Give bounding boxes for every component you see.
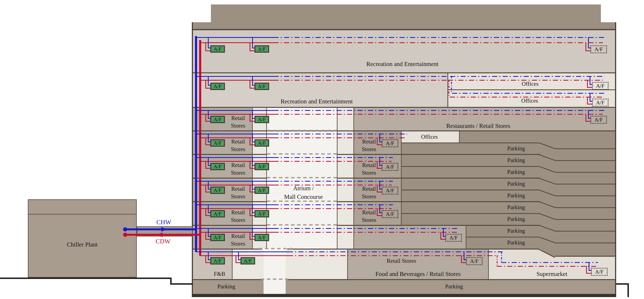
- af-unit-f2-2-chw-drop-v: [252, 76, 253, 86]
- pipe-chw-off-drop: [451, 76, 452, 93]
- af-future-offices-2b-chw-drop-h: [590, 101, 592, 102]
- af-unit-d-2-chw-drop-h: [252, 189, 255, 190]
- af-unit-a-2-chw-drop-v: [252, 110, 253, 119]
- label-atrium-2: Mall Concourse: [284, 193, 323, 200]
- wall-left: [192, 22, 193, 294]
- af-unit-a-1-cdw-drop-h: [205, 121, 210, 122]
- af-unit-f2-1-chw-drop-h: [208, 85, 210, 86]
- pipe-cdw-f1-dd: [274, 42, 603, 43]
- af-unit-g-1-cdw-drop-h: [205, 262, 210, 263]
- room-light-2: [286, 250, 348, 279]
- af-unit-e-2-cdw-drop-h: [250, 215, 255, 216]
- floorline-820: [193, 130, 615, 131]
- af-unit-b-1-cdw-drop-h: [205, 144, 210, 145]
- label-retail-f-wide: Retail Stores: [387, 258, 416, 264]
- af-unit-e-1-label: A/F: [214, 211, 222, 217]
- floorline-1265-a: [193, 201, 266, 202]
- af-unit-c-2-cdw-drop-h: [250, 168, 255, 169]
- chiller-roof-line: [28, 214, 136, 214]
- af-unit-f2-2-label: A/F: [258, 84, 266, 90]
- label-retail-mid-e-2: Stores: [362, 216, 376, 223]
- label-retail-b-2: Stores: [231, 146, 245, 152]
- boundary-officesb-parking: [459, 131, 460, 142]
- af-future-f1-right-cdw-drop-h: [586, 50, 590, 51]
- floorline-1117-a: [193, 178, 266, 178]
- af-unit-f2-1-chw-drop-v: [208, 76, 209, 86]
- label-retail-b-1: Retail: [231, 138, 245, 145]
- af-future-retail-e-cdw-drop-h: [377, 215, 382, 216]
- af-future-retail-d-chw-drop-h: [379, 189, 382, 190]
- af-unit-g-1-chw-drop-v: [208, 252, 209, 260]
- af-future-retail-d-label: A/F: [386, 188, 394, 194]
- boundary-retail-strip: [252, 108, 253, 248]
- label-recreation-2: Recreation and Entertainment: [280, 98, 353, 105]
- af-unit-c-1-chw-drop-v: [208, 157, 209, 166]
- af-future-retail-d-cdw-drop-h: [377, 192, 382, 192]
- shaft-dash-top: [259, 248, 293, 249]
- atrium-dash-1117: [267, 177, 337, 178]
- af-future-retail-f-cdw-drop-h: [440, 239, 446, 240]
- af-future-offices-2a-label: A/F: [596, 83, 604, 89]
- af-unit-f-1-cdw-drop-v: [205, 232, 206, 240]
- floorline-968-a: [193, 154, 266, 155]
- af-unit-b-1-box: A/F: [210, 139, 225, 147]
- chw-arrow: [162, 227, 166, 232]
- af-unit-e-2-box: A/F: [254, 210, 269, 218]
- af-unit-f2-2-box: A/F: [254, 83, 269, 90]
- af-future-foodbev-cdw-drop-v: [461, 255, 462, 263]
- af-unit-f1-1-chw-drop-h: [208, 48, 210, 48]
- pipe-cdw-a-dd: [274, 114, 603, 115]
- floorline-1563-b: [287, 248, 539, 250]
- af-unit-c-2-box: A/F: [254, 163, 269, 170]
- label-retail-e-2: Stores: [231, 216, 245, 223]
- boundary-fnb-light: [232, 250, 232, 279]
- label-retail-e-1: Retail: [231, 209, 245, 216]
- boundary-strip2-retailmid: [354, 108, 354, 248]
- label-offices-b: Offices: [421, 134, 438, 140]
- af-unit-f1-1-chw-drop-v: [208, 37, 209, 48]
- pipe-chw-g-step: [501, 252, 502, 262]
- label-parking-7: Parking: [507, 216, 525, 222]
- af-unit-b-1-cdw-drop-v: [205, 138, 206, 145]
- af-unit-e-1-chw-drop-h: [208, 212, 210, 213]
- ground-line-left: [0, 278, 172, 279]
- atrium-shaft: [264, 250, 286, 294]
- label-retail-mid-e-1: Retail: [362, 209, 376, 216]
- af-unit-e-2-chw-drop-v: [252, 204, 253, 213]
- af-future-retail-b-label: A/F: [386, 140, 394, 146]
- af-unit-f1-2-cdw-drop-h: [250, 50, 255, 51]
- af-future-retail-f-box: A/F: [445, 234, 462, 242]
- af-future-foodbev-box: A/F: [466, 257, 482, 265]
- pipe-cdw-f2: [200, 80, 274, 81]
- af-future-restaurants-box: A/F: [590, 116, 607, 124]
- parking-line-l6: [401, 213, 539, 214]
- basement-parking: [193, 279, 615, 294]
- af-future-supermarket-box: A/F: [591, 268, 608, 276]
- offices-divider: [448, 90, 615, 90]
- af-future-retail-e-chw-drop-h: [379, 212, 382, 213]
- af-future-retail-c-chw-drop-h: [379, 165, 382, 166]
- label-retail-f-2: Stores: [231, 240, 245, 247]
- af-unit-f2-1-cdw-drop-h: [205, 88, 210, 88]
- atrium-dash-820: [267, 130, 337, 131]
- pipe-chw-off2b: [452, 93, 604, 94]
- af-unit-d-2-cdw-drop-h: [250, 192, 255, 192]
- af-unit-f-1-label: A/F: [214, 234, 222, 240]
- af-unit-f1-2-label: A/F: [258, 46, 266, 52]
- af-future-retail-b-box: A/F: [382, 139, 398, 147]
- af-unit-d-1-chw-drop-v: [208, 181, 209, 190]
- af-unit-b-2-chw-drop-h: [252, 142, 255, 142]
- af-unit-d-1-chw-drop-h: [208, 189, 210, 190]
- af-unit-f1-2-box: A/F: [254, 45, 269, 53]
- af-unit-f2-2-cdw-drop-h: [250, 88, 255, 88]
- af-future-offices-2a-box: A/F: [592, 82, 608, 90]
- pipe-chw-d-dd: [274, 181, 393, 182]
- af-unit-b-1-chw-drop-v: [208, 134, 209, 142]
- af-unit-c-2-chw-drop-h: [252, 165, 255, 166]
- af-future-offices-2a-cdw-drop-h: [587, 87, 592, 88]
- af-unit-g-2-chw-drop-h: [238, 260, 241, 260]
- af-unit-a-1-chw-drop-v: [208, 110, 209, 119]
- af-future-supermarket-label: A/F: [595, 269, 604, 275]
- af-unit-e-1-box: A/F: [210, 210, 225, 218]
- label-retail-mid-c-1: Retail: [362, 162, 376, 168]
